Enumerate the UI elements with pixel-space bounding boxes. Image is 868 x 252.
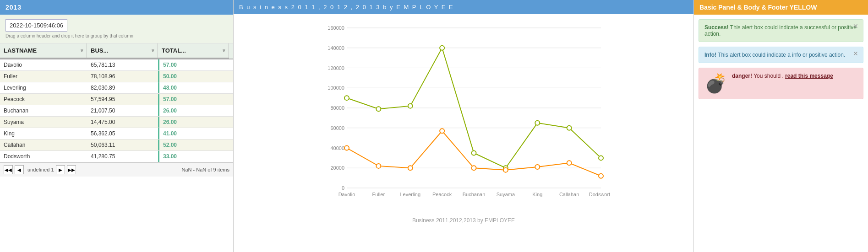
- svg-text:80000: 80000: [330, 105, 344, 111]
- cell-lastname: Peacock: [0, 94, 87, 105]
- svg-text:King: King: [532, 192, 542, 197]
- cell-lastname: King: [0, 128, 87, 139]
- alert-danger: 💣 danger! You should . read this message: [699, 68, 863, 99]
- svg-text:Fuller: Fuller: [372, 192, 385, 197]
- sort-arrow-lastname: ▿: [81, 48, 83, 53]
- alert-info-message: This alert box could indicate a info or …: [718, 52, 845, 58]
- sort-arrow-total: ▿: [223, 48, 225, 53]
- svg-point-41: [503, 168, 508, 172]
- table-row: Dodsworth 41,280.75 33.00: [0, 151, 233, 162]
- right-panel-title: Basic Panel & Body & Footer YELLOW: [694, 0, 868, 15]
- alert-info: ✕ Info! This alert box could indicate a …: [699, 47, 863, 63]
- svg-point-27: [344, 96, 349, 100]
- svg-point-31: [472, 150, 476, 155]
- cell-bus: 78,108.96: [87, 71, 158, 82]
- table-row: Suyama 14,475.00 26.00: [0, 117, 233, 128]
- svg-point-37: [376, 164, 381, 168]
- cell-bus: 21,007.50: [87, 105, 158, 116]
- pager-count: NaN - NaN of 9 items: [181, 167, 229, 172]
- cell-total: 57.00: [158, 59, 229, 70]
- pager-prev[interactable]: ◀: [15, 165, 24, 174]
- grid-header: LASTNAME ▿ BUS... ▿ TOTAL... ▿: [0, 43, 233, 59]
- cell-total: 41.00: [158, 128, 229, 139]
- cell-total: 57.00: [158, 94, 229, 105]
- svg-text:Buchanan: Buchanan: [463, 192, 486, 197]
- svg-point-43: [567, 161, 572, 165]
- svg-text:40000: 40000: [330, 145, 344, 151]
- svg-point-42: [535, 165, 540, 169]
- svg-text:100000: 100000: [328, 85, 344, 91]
- cell-lastname: Dodsworth: [0, 151, 87, 162]
- cell-bus: 65,781.13: [87, 59, 158, 70]
- pager-last[interactable]: ▶▶: [67, 165, 76, 174]
- svg-text:120000: 120000: [328, 65, 344, 71]
- cell-total: 50.00: [158, 71, 229, 82]
- alert-danger-text: danger! You should . read this message: [732, 73, 857, 79]
- cell-lastname: Buchanan: [0, 105, 87, 116]
- col-header-total[interactable]: TOTAL... ▿: [158, 43, 229, 59]
- table-row: Peacock 57,594.95 57.00: [0, 94, 233, 105]
- sort-arrow-bus: ▿: [152, 48, 154, 53]
- cell-total: 26.00: [158, 117, 229, 128]
- chart-area: 0200004000060000800001000001200001400001…: [234, 14, 693, 252]
- alert-danger-link[interactable]: read this message: [785, 73, 833, 79]
- svg-text:Davolio: Davolio: [338, 192, 355, 197]
- table-row: Leverling 82,030.89 48.00: [0, 82, 233, 94]
- svg-point-38: [408, 166, 413, 170]
- cell-bus: 14,475.00: [87, 117, 158, 128]
- cell-bus: 56,362.05: [87, 128, 158, 139]
- table-row: Davolio 65,781.13 57.00: [0, 59, 233, 71]
- svg-text:Dodsworth: Dodsworth: [589, 192, 610, 197]
- left-panel-title: 2013: [0, 0, 233, 15]
- alert-danger-label: danger!: [732, 73, 752, 79]
- cell-bus: 50,063.11: [87, 139, 158, 150]
- drag-hint: Drag a column header and drop it here to…: [5, 33, 228, 38]
- alert-info-label: Info!: [704, 52, 716, 58]
- right-panel: Basic Panel & Body & Footer YELLOW ✕ Suc…: [694, 0, 868, 252]
- chart-caption: Business 2011,2012,2013 by EMPLOYEE: [412, 217, 515, 224]
- svg-text:0: 0: [342, 185, 344, 191]
- table-row: Fuller 78,108.96 50.00: [0, 71, 233, 82]
- close-info[interactable]: ✕: [853, 50, 858, 57]
- alert-success-label: Success!: [704, 24, 729, 31]
- data-grid: LASTNAME ▿ BUS... ▿ TOTAL... ▿ Davolio 6…: [0, 43, 233, 252]
- line-chart: 0200004000060000800001000001200001400001…: [317, 19, 610, 215]
- date-section: 2022-10-1509:46:06 Drag a column header …: [0, 15, 233, 43]
- svg-text:Leverling: Leverling: [400, 192, 420, 197]
- middle-panel: B u s i n e s s 2 0 1 1 , 2 0 1 2 , 2 0 …: [234, 0, 694, 252]
- cell-lastname: Callahan: [0, 139, 87, 150]
- grid-footer: ◀◀ ◀ undefined 1 ▶ ▶▶ NaN - NaN of 9 ite…: [0, 162, 233, 177]
- left-panel: 2013 2022-10-1509:46:06 Drag a column he…: [0, 0, 234, 252]
- date-box: 2022-10-1509:46:06: [5, 19, 67, 32]
- svg-text:Callahan: Callahan: [559, 192, 579, 197]
- pager-next[interactable]: ▶: [56, 165, 65, 174]
- pager-first[interactable]: ◀◀: [4, 165, 13, 174]
- svg-text:Suyama: Suyama: [497, 192, 515, 197]
- close-success[interactable]: ✕: [853, 22, 858, 30]
- svg-text:60000: 60000: [330, 125, 344, 131]
- table-row: Buchanan 21,007.50 26.00: [0, 105, 233, 117]
- svg-text:Peacock: Peacock: [432, 192, 452, 197]
- svg-point-33: [535, 121, 540, 125]
- table-row: Callahan 50,063.11 52.00: [0, 139, 233, 151]
- svg-point-29: [408, 104, 413, 108]
- svg-point-36: [344, 146, 349, 150]
- right-panel-body: ✕ Success! This alert box could indicate…: [694, 15, 868, 252]
- cell-bus: 41,280.75: [87, 151, 158, 162]
- cell-total: 52.00: [158, 139, 229, 150]
- cell-lastname: Davolio: [0, 59, 87, 70]
- svg-point-30: [440, 46, 444, 50]
- pager-page-info: undefined 1: [27, 167, 54, 172]
- bomb-icon: 💣: [704, 73, 727, 94]
- alert-danger-message: You should .: [753, 73, 785, 79]
- svg-point-39: [440, 129, 444, 133]
- cell-bus: 57,594.95: [87, 94, 158, 105]
- cell-lastname: Suyama: [0, 117, 87, 128]
- cell-total: 33.00: [158, 151, 229, 162]
- svg-text:140000: 140000: [328, 45, 344, 51]
- cell-total: 26.00: [158, 105, 229, 116]
- col-header-bus[interactable]: BUS... ▿: [87, 43, 158, 59]
- cell-lastname: Fuller: [0, 71, 87, 82]
- cell-bus: 82,030.89: [87, 82, 158, 93]
- col-header-lastname[interactable]: LASTNAME ▿: [0, 43, 87, 59]
